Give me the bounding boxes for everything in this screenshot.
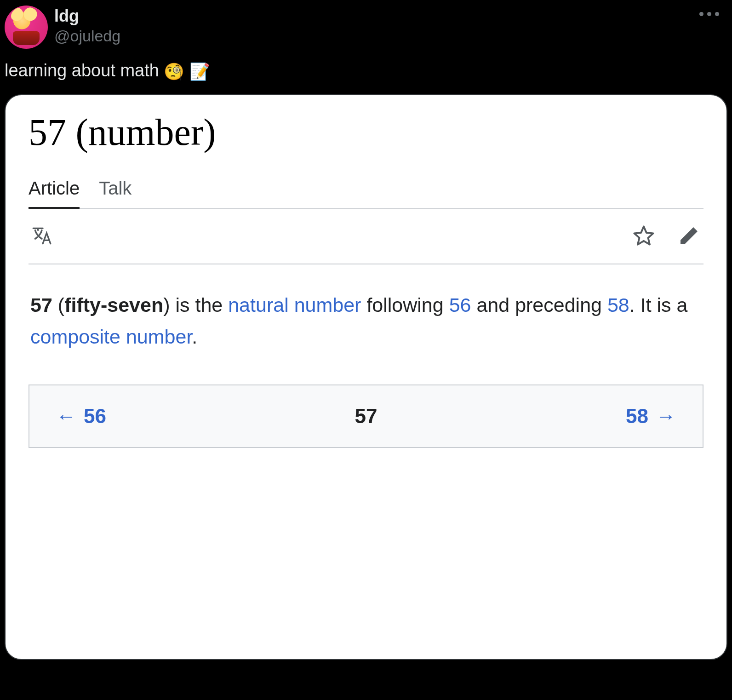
- language-icon[interactable]: [30, 224, 53, 247]
- user-block[interactable]: ldg @ojuledg: [54, 6, 120, 46]
- nav-current: 57: [355, 405, 377, 428]
- embedded-card[interactable]: 57 (number) Article Talk: [5, 94, 727, 660]
- monocle-emoji: 🧐: [164, 62, 184, 81]
- number-nav-box: ← 56 57 58 →: [29, 384, 703, 448]
- nav-prev-label: 56: [84, 405, 106, 428]
- memo-emoji: 📝: [189, 62, 210, 81]
- tab-talk[interactable]: Talk: [99, 178, 132, 208]
- tweet-header: ldg @ojuledg: [5, 6, 727, 57]
- nav-prev[interactable]: ← 56: [56, 405, 106, 428]
- lead-bold-number: 57: [30, 294, 52, 316]
- tab-article[interactable]: Article: [29, 178, 80, 209]
- tweet-text-content: learning about math: [5, 61, 164, 80]
- link-58[interactable]: 58: [607, 294, 629, 316]
- star-icon[interactable]: [632, 224, 656, 248]
- link-natural-number[interactable]: natural number: [228, 294, 361, 316]
- article-toolbar: [29, 209, 703, 264]
- article-title: 57 (number): [29, 111, 703, 154]
- user-handle: @ojuledg: [54, 26, 120, 46]
- more-icon[interactable]: [699, 12, 719, 16]
- display-name: ldg: [54, 6, 120, 26]
- nav-next-label: 58: [626, 405, 648, 428]
- link-56[interactable]: 56: [449, 294, 471, 316]
- avatar[interactable]: [5, 6, 48, 49]
- arrow-left-icon: ←: [56, 405, 76, 428]
- link-composite-number[interactable]: composite number: [30, 326, 192, 348]
- arrow-right-icon: →: [656, 405, 676, 428]
- article-lead: 57 (fifty-seven) is the natural number f…: [29, 264, 703, 353]
- lead-bold-words: fifty-seven: [64, 294, 163, 316]
- nav-next[interactable]: 58 →: [626, 405, 676, 428]
- article-tabs: Article Talk: [29, 178, 703, 209]
- tweet-text: learning about math 🧐 📝: [5, 57, 727, 94]
- edit-icon[interactable]: [678, 225, 700, 247]
